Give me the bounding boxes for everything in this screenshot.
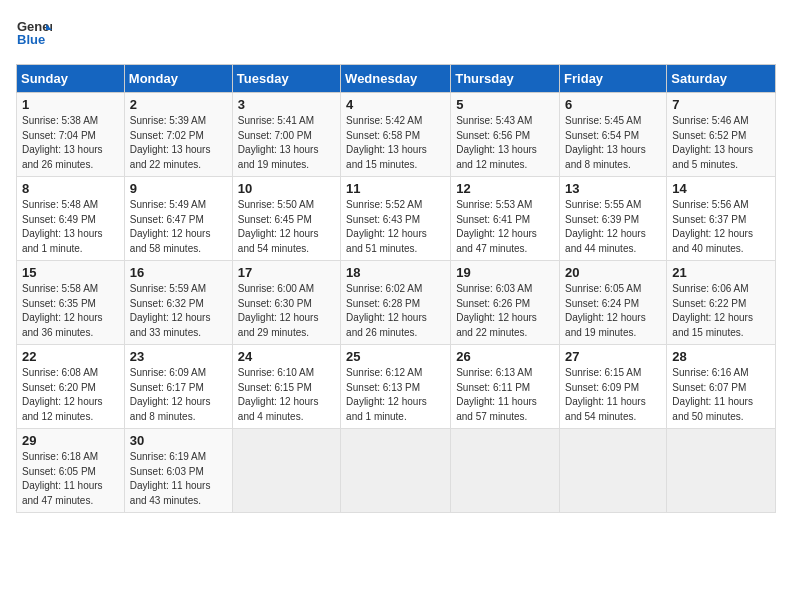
calendar-day-cell: 20Sunrise: 6:05 AMSunset: 6:24 PMDayligh…: [560, 261, 667, 345]
day-info: Sunrise: 5:41 AMSunset: 7:00 PMDaylight:…: [238, 115, 319, 170]
weekday-header-row: SundayMondayTuesdayWednesdayThursdayFrid…: [17, 65, 776, 93]
day-info: Sunrise: 5:59 AMSunset: 6:32 PMDaylight:…: [130, 283, 211, 338]
day-number: 6: [565, 97, 661, 112]
calendar-day-cell: 11Sunrise: 5:52 AMSunset: 6:43 PMDayligh…: [341, 177, 451, 261]
day-number: 30: [130, 433, 227, 448]
calendar-day-cell: 13Sunrise: 5:55 AMSunset: 6:39 PMDayligh…: [560, 177, 667, 261]
day-number: 17: [238, 265, 335, 280]
day-info: Sunrise: 6:15 AMSunset: 6:09 PMDaylight:…: [565, 367, 646, 422]
day-info: Sunrise: 6:02 AMSunset: 6:28 PMDaylight:…: [346, 283, 427, 338]
calendar-day-cell: 5Sunrise: 5:43 AMSunset: 6:56 PMDaylight…: [451, 93, 560, 177]
day-info: Sunrise: 6:10 AMSunset: 6:15 PMDaylight:…: [238, 367, 319, 422]
day-info: Sunrise: 6:12 AMSunset: 6:13 PMDaylight:…: [346, 367, 427, 422]
weekday-header: Thursday: [451, 65, 560, 93]
day-info: Sunrise: 5:43 AMSunset: 6:56 PMDaylight:…: [456, 115, 537, 170]
day-number: 20: [565, 265, 661, 280]
calendar-day-cell: [560, 429, 667, 513]
weekday-header: Monday: [124, 65, 232, 93]
weekday-header: Wednesday: [341, 65, 451, 93]
day-info: Sunrise: 6:00 AMSunset: 6:30 PMDaylight:…: [238, 283, 319, 338]
day-number: 19: [456, 265, 554, 280]
calendar-day-cell: 26Sunrise: 6:13 AMSunset: 6:11 PMDayligh…: [451, 345, 560, 429]
calendar-day-cell: 24Sunrise: 6:10 AMSunset: 6:15 PMDayligh…: [232, 345, 340, 429]
calendar-day-cell: 16Sunrise: 5:59 AMSunset: 6:32 PMDayligh…: [124, 261, 232, 345]
page-header: General Blue: [16, 16, 776, 52]
day-number: 21: [672, 265, 770, 280]
day-info: Sunrise: 5:56 AMSunset: 6:37 PMDaylight:…: [672, 199, 753, 254]
day-info: Sunrise: 6:08 AMSunset: 6:20 PMDaylight:…: [22, 367, 103, 422]
day-number: 9: [130, 181, 227, 196]
day-number: 18: [346, 265, 445, 280]
calendar-day-cell: [341, 429, 451, 513]
calendar-week-row: 22Sunrise: 6:08 AMSunset: 6:20 PMDayligh…: [17, 345, 776, 429]
day-number: 15: [22, 265, 119, 280]
day-info: Sunrise: 5:50 AMSunset: 6:45 PMDaylight:…: [238, 199, 319, 254]
calendar-day-cell: 10Sunrise: 5:50 AMSunset: 6:45 PMDayligh…: [232, 177, 340, 261]
calendar-day-cell: 25Sunrise: 6:12 AMSunset: 6:13 PMDayligh…: [341, 345, 451, 429]
day-info: Sunrise: 6:03 AMSunset: 6:26 PMDaylight:…: [456, 283, 537, 338]
day-info: Sunrise: 5:52 AMSunset: 6:43 PMDaylight:…: [346, 199, 427, 254]
day-number: 8: [22, 181, 119, 196]
calendar-table: SundayMondayTuesdayWednesdayThursdayFrid…: [16, 64, 776, 513]
calendar-day-cell: 8Sunrise: 5:48 AMSunset: 6:49 PMDaylight…: [17, 177, 125, 261]
day-info: Sunrise: 5:48 AMSunset: 6:49 PMDaylight:…: [22, 199, 103, 254]
calendar-day-cell: [232, 429, 340, 513]
weekday-header: Sunday: [17, 65, 125, 93]
logo: General Blue: [16, 16, 52, 52]
day-number: 7: [672, 97, 770, 112]
day-number: 5: [456, 97, 554, 112]
day-number: 23: [130, 349, 227, 364]
day-info: Sunrise: 5:38 AMSunset: 7:04 PMDaylight:…: [22, 115, 103, 170]
day-number: 29: [22, 433, 119, 448]
calendar-day-cell: 21Sunrise: 6:06 AMSunset: 6:22 PMDayligh…: [667, 261, 776, 345]
day-number: 16: [130, 265, 227, 280]
calendar-week-row: 8Sunrise: 5:48 AMSunset: 6:49 PMDaylight…: [17, 177, 776, 261]
day-info: Sunrise: 5:39 AMSunset: 7:02 PMDaylight:…: [130, 115, 211, 170]
calendar-day-cell: [667, 429, 776, 513]
calendar-day-cell: 4Sunrise: 5:42 AMSunset: 6:58 PMDaylight…: [341, 93, 451, 177]
day-info: Sunrise: 6:19 AMSunset: 6:03 PMDaylight:…: [130, 451, 211, 506]
logo-graphic: General Blue: [16, 16, 52, 52]
day-number: 13: [565, 181, 661, 196]
calendar-day-cell: 18Sunrise: 6:02 AMSunset: 6:28 PMDayligh…: [341, 261, 451, 345]
weekday-header: Saturday: [667, 65, 776, 93]
calendar-day-cell: 1Sunrise: 5:38 AMSunset: 7:04 PMDaylight…: [17, 93, 125, 177]
day-number: 28: [672, 349, 770, 364]
calendar-day-cell: 7Sunrise: 5:46 AMSunset: 6:52 PMDaylight…: [667, 93, 776, 177]
day-number: 24: [238, 349, 335, 364]
day-info: Sunrise: 6:13 AMSunset: 6:11 PMDaylight:…: [456, 367, 537, 422]
day-info: Sunrise: 5:55 AMSunset: 6:39 PMDaylight:…: [565, 199, 646, 254]
day-number: 10: [238, 181, 335, 196]
calendar-day-cell: 9Sunrise: 5:49 AMSunset: 6:47 PMDaylight…: [124, 177, 232, 261]
day-info: Sunrise: 6:16 AMSunset: 6:07 PMDaylight:…: [672, 367, 753, 422]
day-number: 1: [22, 97, 119, 112]
day-info: Sunrise: 6:18 AMSunset: 6:05 PMDaylight:…: [22, 451, 103, 506]
calendar-day-cell: 27Sunrise: 6:15 AMSunset: 6:09 PMDayligh…: [560, 345, 667, 429]
weekday-header: Tuesday: [232, 65, 340, 93]
calendar-day-cell: 29Sunrise: 6:18 AMSunset: 6:05 PMDayligh…: [17, 429, 125, 513]
day-number: 3: [238, 97, 335, 112]
day-number: 26: [456, 349, 554, 364]
day-number: 12: [456, 181, 554, 196]
calendar-day-cell: 17Sunrise: 6:00 AMSunset: 6:30 PMDayligh…: [232, 261, 340, 345]
day-info: Sunrise: 6:06 AMSunset: 6:22 PMDaylight:…: [672, 283, 753, 338]
calendar-day-cell: 22Sunrise: 6:08 AMSunset: 6:20 PMDayligh…: [17, 345, 125, 429]
calendar-day-cell: [451, 429, 560, 513]
calendar-week-row: 1Sunrise: 5:38 AMSunset: 7:04 PMDaylight…: [17, 93, 776, 177]
day-number: 25: [346, 349, 445, 364]
day-info: Sunrise: 5:49 AMSunset: 6:47 PMDaylight:…: [130, 199, 211, 254]
svg-text:Blue: Blue: [17, 32, 45, 47]
calendar-week-row: 29Sunrise: 6:18 AMSunset: 6:05 PMDayligh…: [17, 429, 776, 513]
day-number: 11: [346, 181, 445, 196]
day-info: Sunrise: 5:45 AMSunset: 6:54 PMDaylight:…: [565, 115, 646, 170]
day-number: 27: [565, 349, 661, 364]
day-info: Sunrise: 5:53 AMSunset: 6:41 PMDaylight:…: [456, 199, 537, 254]
calendar-day-cell: 30Sunrise: 6:19 AMSunset: 6:03 PMDayligh…: [124, 429, 232, 513]
day-number: 4: [346, 97, 445, 112]
calendar-day-cell: 6Sunrise: 5:45 AMSunset: 6:54 PMDaylight…: [560, 93, 667, 177]
calendar-day-cell: 19Sunrise: 6:03 AMSunset: 6:26 PMDayligh…: [451, 261, 560, 345]
day-info: Sunrise: 6:05 AMSunset: 6:24 PMDaylight:…: [565, 283, 646, 338]
calendar-day-cell: 14Sunrise: 5:56 AMSunset: 6:37 PMDayligh…: [667, 177, 776, 261]
calendar-day-cell: 15Sunrise: 5:58 AMSunset: 6:35 PMDayligh…: [17, 261, 125, 345]
weekday-header: Friday: [560, 65, 667, 93]
